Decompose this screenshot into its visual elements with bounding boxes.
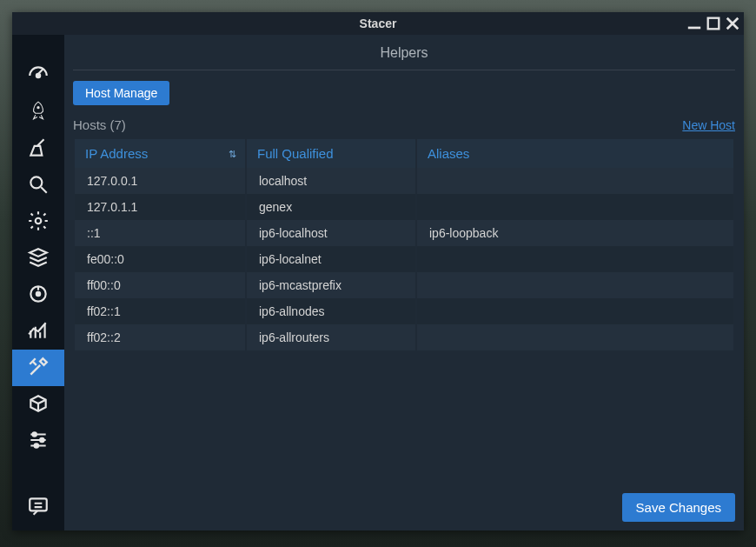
hosts-count-label: Hosts (7) [73,117,126,132]
sidebar-item-feedback[interactable] [12,489,64,525]
content-area: Helpers Host Manage Hosts (7) New Host I… [64,35,744,530]
column-header-full-qualified[interactable]: Full Qualified [247,139,415,168]
cell-fq: localhost [247,168,415,194]
sidebar-item-apt-repos[interactable] [12,386,64,423]
table-row[interactable]: ff00::0ip6-mcastprefix [75,272,733,298]
tab-host-manage[interactable]: Host Manage [73,81,169,105]
svg-point-3 [36,106,39,109]
svg-point-8 [33,432,36,436]
cell-ip: 127.0.0.1 [75,168,245,194]
search-icon [27,173,50,198]
gauge-icon [27,63,50,89]
cell-ip: ff02::1 [75,298,245,324]
tools-icon [27,356,50,381]
sidebar-item-dashboard[interactable] [12,57,64,94]
cell-fq: ip6-localhost [247,220,415,246]
hosts-header-row: Hosts (7) New Host [73,117,735,132]
sort-indicator-icon: ⇅ [229,148,236,159]
gear-icon [27,210,50,235]
cell-fq: ip6-mcastprefix [247,272,415,298]
column-header-ip[interactable]: IP Address ⇅ [75,139,245,168]
cell-al [417,298,733,324]
cell-al [417,324,733,350]
cell-ip: 127.0.1.1 [75,194,245,220]
table-row[interactable]: 127.0.0.1localhost [75,168,733,194]
window-body: Helpers Host Manage Hosts (7) New Host I… [12,35,744,530]
cell-fq: ip6-localnet [247,246,415,272]
close-button[interactable] [725,16,740,31]
svg-point-5 [36,217,42,223]
rocket-icon [27,100,50,125]
sidebar-item-uninstaller[interactable] [12,277,64,313]
cell-al [417,246,733,272]
svg-point-4 [30,177,42,188]
svg-point-10 [35,444,38,447]
sidebar-item-settings[interactable] [12,423,64,459]
app-window: Stacer [12,12,744,530]
svg-rect-1 [708,18,720,30]
sidebar-item-helpers[interactable] [12,350,64,386]
svg-point-2 [36,73,40,77]
svg-rect-11 [30,498,47,510]
sub-tabs: Host Manage [73,81,735,105]
page-title: Helpers [73,35,735,70]
sidebar-item-resources[interactable] [12,313,64,350]
sidebar-item-cleaner[interactable] [12,130,64,167]
cell-fq: ip6-allrouters [247,324,415,350]
new-host-link[interactable]: New Host [682,118,735,132]
column-header-ip-label: IP Address [85,146,148,161]
sidebar-item-services[interactable] [12,203,64,240]
table-row[interactable]: ff02::1ip6-allnodes [75,298,733,324]
cell-ip: ff02::2 [75,324,245,350]
sidebar-item-startup[interactable] [12,94,64,130]
stack-icon [27,246,50,271]
disk-icon [27,283,50,308]
table-row[interactable]: ff02::2ip6-allrouters [75,324,733,350]
hosts-table: IP Address ⇅ Full Qualified Aliases 127.… [73,139,735,350]
column-header-al-label: Aliases [428,146,469,161]
cell-fq: genex [247,194,415,220]
cell-fq: ip6-allnodes [247,298,415,324]
cell-ip: fe00::0 [75,246,245,272]
sidebar [12,35,64,530]
cell-al [417,194,733,220]
cell-al [417,168,733,194]
cell-al: ip6-loopback [417,220,733,246]
sidebar-item-processes[interactable] [12,240,64,277]
broom-icon [27,137,50,162]
save-changes-button[interactable]: Save Changes [622,493,735,522]
sidebar-item-search[interactable] [12,167,64,203]
sliders-icon [27,429,50,454]
svg-point-9 [40,437,43,441]
column-header-fq-label: Full Qualified [257,146,334,161]
window-controls [686,12,740,35]
svg-rect-0 [688,27,700,30]
table-row[interactable]: ::1ip6-localhostip6-loopback [75,220,733,246]
table-row[interactable]: 127.0.1.1genex [75,194,733,220]
cell-ip: ::1 [75,220,245,246]
table-row[interactable]: fe00::0ip6-localnet [75,246,733,272]
window-title: Stacer [12,17,744,30]
cell-ip: ff00::0 [75,272,245,298]
chart-icon [27,319,50,344]
footer-bar: Save Changes [73,484,735,522]
column-header-aliases[interactable]: Aliases [417,139,733,168]
feedback-icon [27,495,50,520]
package-icon [27,392,50,417]
maximize-button[interactable] [706,16,721,31]
cell-al [417,272,733,298]
svg-point-7 [36,291,40,295]
titlebar: Stacer [12,12,744,35]
minimize-button[interactable] [686,16,702,31]
